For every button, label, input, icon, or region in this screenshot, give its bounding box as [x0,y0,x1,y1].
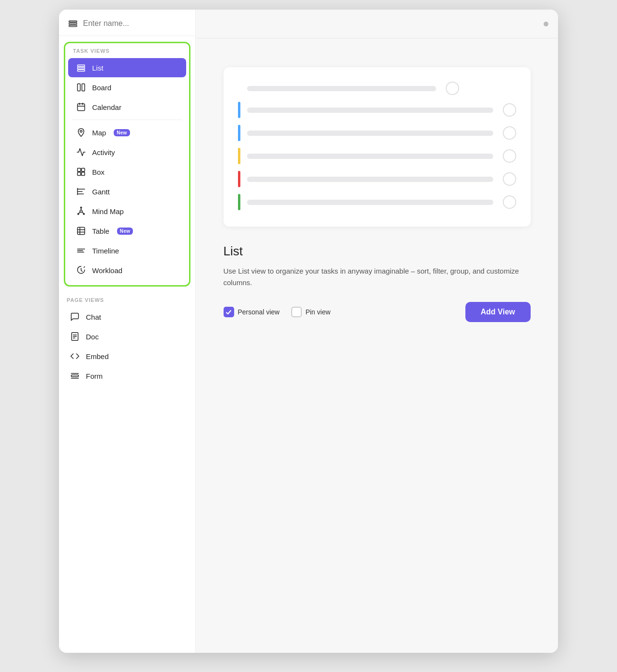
pin-view-label: Pin view [306,308,331,316]
color-bar [238,102,240,118]
gantt-label: Gantt [92,188,110,196]
sidebar-item-table[interactable]: Table New [68,221,186,240]
mindmap-icon [76,206,86,216]
box-label: Box [92,168,105,176]
sidebar-item-activity[interactable]: Activity [68,143,186,162]
sidebar-item-box[interactable]: Box [68,162,186,181]
doc-icon [70,332,80,341]
table-label: Table [92,227,109,235]
list-icon [76,63,86,72]
preview-row [238,102,516,118]
svg-rect-7 [82,84,85,91]
svg-rect-16 [82,172,85,176]
chat-icon [70,312,80,322]
sidebar-item-embed[interactable]: Embed [62,347,192,366]
color-bar [238,85,240,92]
table-icon [76,226,86,236]
mindmap-label: Mind Map [92,207,124,216]
sidebar-item-calendar[interactable]: Calendar [68,97,186,117]
search-icon [68,18,78,29]
sidebar-item-map[interactable]: Map New [68,123,186,142]
svg-rect-15 [78,172,81,176]
preview-line [247,86,436,91]
main-top-bar [196,10,558,38]
svg-rect-5 [78,70,85,71]
svg-rect-28 [78,228,85,235]
sidebar-item-list[interactable]: List [68,58,186,77]
table-badge: New [117,228,133,235]
preview-circle [503,126,516,140]
sidebar-item-timeline[interactable]: Timeline [68,241,186,260]
personal-view-checkbox[interactable] [224,307,234,317]
modal-container: TASK VIEWS List Board Calendar [59,10,558,653]
sidebar-item-doc[interactable]: Doc [62,327,192,346]
preview-circle [503,103,516,117]
task-views-label: TASK VIEWS [65,48,189,58]
main-body: List Use List view to organize your task… [196,38,558,653]
calendar-label: Calendar [92,103,121,111]
preview-line [247,200,493,205]
sidebar-item-gantt[interactable]: Gantt [68,182,186,201]
view-description: Use List view to organize your tasks in … [224,265,531,288]
add-view-button[interactable]: Add View [465,302,531,322]
sidebar-item-mindmap[interactable]: Mind Map [68,202,186,221]
sidebar-item-workload[interactable]: Workload [68,261,186,280]
preview-line [247,177,493,182]
svg-point-23 [81,207,82,208]
svg-rect-4 [78,67,85,69]
color-bar [238,148,240,164]
workload-label: Workload [92,266,122,275]
pin-view-option[interactable]: Pin view [291,307,331,317]
sidebar-item-board[interactable]: Board [68,78,186,97]
svg-rect-2 [69,25,77,27]
chat-label: Chat [86,313,101,321]
preview-circle [446,82,459,95]
svg-rect-0 [69,21,77,23]
view-actions: Personal view Pin view Add View [224,302,531,322]
form-label: Form [86,372,103,380]
form-icon [70,371,80,381]
svg-point-27 [78,214,79,215]
svg-rect-3 [78,65,85,66]
svg-point-12 [80,130,82,132]
embed-label: Embed [86,352,109,360]
preview-row [238,82,516,95]
map-badge: New [114,129,130,136]
main-content: List Use List view to organize your task… [196,10,558,653]
preview-card [224,67,531,227]
activity-icon [76,147,86,157]
color-bar [238,194,240,210]
workload-icon [76,265,86,275]
preview-row [238,194,516,210]
sidebar-item-form[interactable]: Form [62,366,192,385]
more-icon[interactable] [544,22,548,26]
search-input[interactable] [83,19,187,28]
divider-1 [72,120,182,120]
preview-circle [503,195,516,209]
preview-row [238,125,516,141]
search-area [59,10,195,36]
page-views-section: PAGE VIEWS Chat Doc Embed [59,292,195,391]
svg-point-25 [83,214,85,215]
sidebar-item-chat[interactable]: Chat [62,307,192,326]
personal-view-label: Personal view [238,308,280,316]
svg-rect-40 [71,375,79,376]
map-label: Map [92,129,106,137]
timeline-icon [76,246,86,255]
doc-label: Doc [86,333,99,341]
embed-icon [70,351,80,361]
preview-circle [503,172,516,186]
svg-rect-1 [69,23,77,24]
timeline-label: Timeline [92,247,119,255]
map-icon [76,128,86,137]
gantt-icon [76,187,86,196]
list-label: List [92,64,103,72]
preview-line [247,108,493,113]
personal-view-option[interactable]: Personal view [224,307,280,317]
pin-view-checkbox[interactable] [291,307,302,317]
board-icon [76,83,86,92]
preview-line [247,154,493,159]
page-views-label: PAGE VIEWS [59,297,195,307]
task-views-section: TASK VIEWS List Board Calendar [64,42,190,287]
svg-rect-8 [78,104,85,110]
